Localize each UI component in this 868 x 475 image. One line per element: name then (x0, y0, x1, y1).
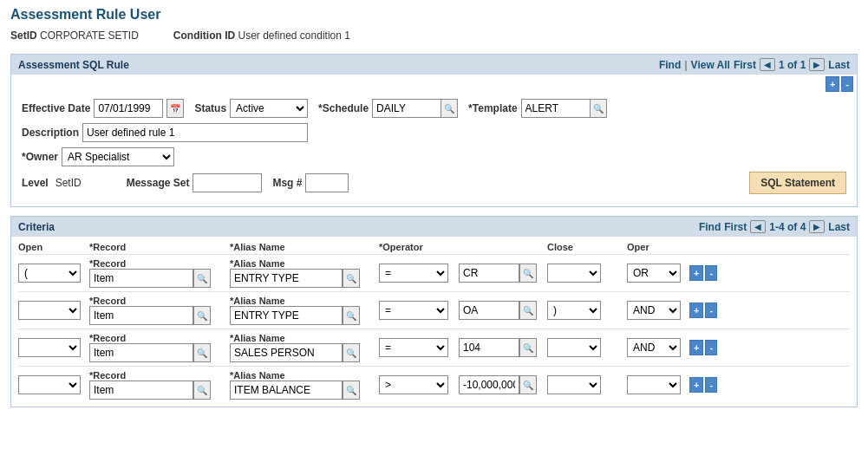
next-btn[interactable]: ▶ (809, 58, 825, 71)
open-select-1[interactable]: ((( (18, 301, 81, 320)
col-oper: Oper (627, 242, 688, 252)
criteria-find-link[interactable]: Find (699, 221, 721, 233)
message-set-input[interactable] (193, 173, 262, 192)
value-input-0[interactable] (459, 264, 519, 283)
alias-sub-label-3: *Alias Name (230, 370, 377, 381)
assessment-sql-rule-title: Assessment SQL Rule (18, 59, 129, 71)
prev-btn[interactable]: ◀ (760, 58, 775, 71)
owner-select[interactable]: AR Specialist Manager (62, 147, 174, 166)
operator-select-3[interactable]: >=< (379, 375, 448, 394)
oper-select-1[interactable]: ANDOR (627, 301, 681, 320)
row-2-rem-btn[interactable]: - (705, 340, 717, 355)
oper-select-3[interactable]: ORAND (627, 375, 681, 394)
value-search-btn-2[interactable] (519, 338, 537, 357)
criteria-nav: Find First ◀ 1-4 of 4 ▶ Last (699, 220, 850, 233)
record-search-btn-1[interactable] (193, 306, 211, 325)
row-0-add-btn[interactable]: + (689, 265, 703, 281)
value-search-icon-0 (523, 269, 533, 278)
oper-select-0[interactable]: ORAND (627, 264, 681, 283)
alias-search-btn-3[interactable] (343, 381, 360, 400)
record-input-1[interactable] (89, 306, 193, 325)
schedule-input[interactable] (372, 99, 441, 118)
template-search-btn[interactable] (591, 99, 607, 118)
value-search-btn-1[interactable] (519, 301, 537, 320)
close-select-0[interactable]: ))) (547, 264, 601, 283)
open-select-2[interactable]: ((( (18, 338, 81, 357)
record-group-1: *Record (89, 296, 228, 325)
operator-select-0[interactable]: =>< (379, 264, 448, 283)
row-0-rem-btn[interactable]: - (705, 265, 717, 281)
record-search-btn-0[interactable] (193, 269, 211, 288)
template-search-icon (593, 104, 604, 114)
record-input-2[interactable] (89, 343, 193, 362)
record-input-3[interactable] (89, 381, 193, 400)
status-select[interactable]: Active Inactive (230, 99, 308, 118)
record-search-btn-2[interactable] (193, 343, 211, 362)
operator-select-1[interactable]: =>< (379, 301, 448, 320)
find-link[interactable]: Find (659, 59, 681, 71)
level-group: Level SetID (22, 177, 82, 189)
record-sub-label-3: *Record (89, 370, 228, 381)
sql-rule-add-btn[interactable]: + (826, 76, 839, 92)
row-3-rem-btn[interactable]: - (705, 377, 717, 393)
oper-select-2[interactable]: ANDOR (627, 338, 681, 357)
open-select-3[interactable]: ((( (18, 375, 81, 394)
alias-sub-label-1: *Alias Name (230, 296, 377, 306)
row-3-add-btn[interactable]: + (689, 377, 703, 393)
alias-search-btn-0[interactable] (343, 269, 360, 288)
form-row-1: Effective Date 📅 Status Active Inactive … (22, 99, 846, 118)
close-select-2[interactable]: ))) (547, 338, 601, 357)
value-input-1[interactable] (459, 301, 519, 320)
open-select-0[interactable]: ((( (18, 264, 81, 283)
effective-date-input[interactable] (94, 99, 163, 118)
alias-group-2: *Alias Name (230, 333, 377, 362)
calendar-btn[interactable]: 📅 (166, 99, 184, 118)
level-value: SetID (55, 177, 82, 189)
criteria-next-btn[interactable]: ▶ (809, 220, 825, 233)
record-search-btn-3[interactable] (193, 381, 211, 400)
assessment-sql-rule-body: Effective Date 📅 Status Active Inactive … (11, 92, 857, 206)
description-input[interactable] (82, 123, 308, 142)
row-1-add-btn[interactable]: + (689, 303, 703, 318)
record-sub-label-0: *Record (89, 258, 228, 269)
record-search-icon-2 (197, 348, 207, 358)
page-title: Assessment Rule User (10, 7, 858, 23)
criteria-section: Criteria Find First ◀ 1-4 of 4 ▶ Last Op… (10, 216, 858, 407)
sql-rule-add-remove: + - (826, 76, 853, 92)
assessment-sql-rule-header: Assessment SQL Rule Find | View All Firs… (11, 55, 857, 75)
close-select-1[interactable]: ))) (547, 301, 601, 320)
schedule-search-btn[interactable] (441, 99, 458, 118)
alias-group-0: *Alias Name (230, 258, 377, 288)
value-input-2[interactable] (459, 338, 519, 357)
msg-input[interactable] (305, 173, 349, 192)
criteria-prev-btn[interactable]: ◀ (750, 220, 766, 233)
col-record: *Record (89, 242, 228, 252)
alias-sub-label-2: *Alias Name (230, 333, 377, 343)
description-label: Description (22, 127, 79, 139)
alias-input-2[interactable] (230, 343, 343, 362)
value-input-3[interactable] (459, 375, 519, 394)
alias-input-0[interactable] (230, 269, 343, 288)
close-select-3[interactable]: ))) (547, 375, 601, 394)
value-search-btn-0[interactable] (519, 264, 537, 283)
value-group-2 (459, 338, 545, 357)
col-actions (689, 242, 750, 252)
record-input-0[interactable] (89, 269, 193, 288)
row-1-rem-btn[interactable]: - (705, 303, 717, 318)
view-all-link[interactable]: View All (691, 59, 730, 71)
row-2-add-btn[interactable]: + (689, 340, 703, 355)
alias-input-3[interactable] (230, 381, 343, 400)
alias-search-btn-1[interactable] (343, 306, 360, 325)
setid-label: SetID (10, 29, 37, 42)
alias-search-btn-2[interactable] (343, 343, 360, 362)
value-search-btn-3[interactable] (519, 375, 537, 394)
value-group-0 (459, 264, 545, 283)
operator-select-2[interactable]: =>< (379, 338, 448, 357)
form-row-2: Description (22, 123, 846, 142)
sql-statement-btn[interactable]: SQL Statement (749, 172, 846, 194)
sql-rule-rem-btn[interactable]: - (841, 76, 853, 92)
alias-input-1[interactable] (230, 306, 343, 325)
form-row-4: Level SetID Message Set Msg # SQL Statem… (22, 172, 846, 194)
alias-group-3: *Alias Name (230, 370, 377, 400)
template-input[interactable] (521, 99, 591, 118)
